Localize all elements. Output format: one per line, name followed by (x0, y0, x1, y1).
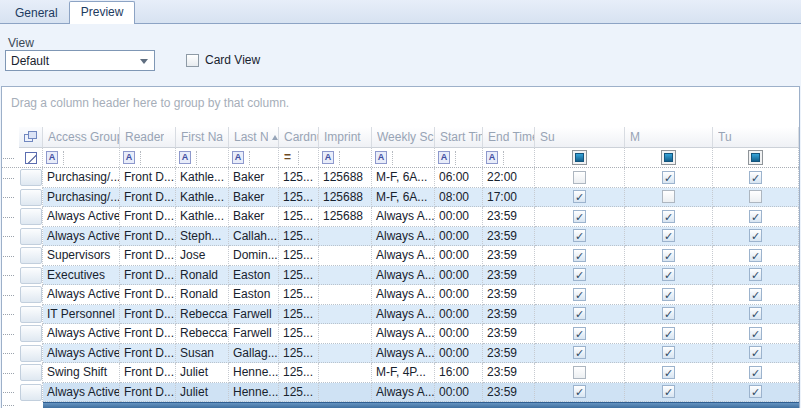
cell-start_time[interactable]: 00:00 (435, 344, 483, 364)
checkbox-checked[interactable] (573, 327, 586, 340)
row-indicator[interactable] (19, 363, 43, 383)
cell-last_name[interactable]: Domin... (229, 246, 279, 266)
cell-weekly_schedule[interactable]: Always A... (372, 207, 435, 227)
column-header-last_name[interactable]: Last N (229, 127, 279, 148)
column-header-access_group[interactable]: Access Group (43, 127, 120, 148)
checkbox-checked[interactable] (573, 288, 586, 301)
cell-last_name[interactable]: Gallag... (229, 344, 279, 364)
cell-weekly_schedule[interactable]: Always A... (372, 324, 435, 344)
column-header-tu[interactable]: Tu (713, 127, 799, 148)
cell-start_time[interactable]: 00:00 (435, 324, 483, 344)
cell-end_time[interactable]: 23:59 (483, 363, 535, 383)
cell-su[interactable] (535, 285, 625, 305)
cell-cardnumber[interactable]: 125... (279, 344, 319, 364)
cell-end_time[interactable]: 22:00 (483, 168, 535, 188)
cell-access_group[interactable]: Always Active (43, 344, 120, 364)
checkbox-checked[interactable] (662, 268, 675, 281)
cell-access_group[interactable]: Purchasing/... (43, 168, 120, 188)
cell-access_group[interactable]: Executives (43, 266, 120, 286)
cell-first_name[interactable]: Kathle... (176, 168, 229, 188)
filter-cell-weekly_schedule[interactable]: A (372, 148, 435, 167)
cell-end_time[interactable]: 23:59 (483, 266, 535, 286)
checkbox-checked[interactable] (662, 307, 675, 320)
checkbox-checked[interactable] (749, 171, 762, 184)
cell-cardnumber[interactable]: 125... (279, 305, 319, 325)
row-indicator[interactable] (19, 344, 43, 364)
cell-last_name[interactable]: Baker (229, 168, 279, 188)
checkbox-indeterminate-icon[interactable] (748, 150, 763, 165)
cell-tu[interactable] (713, 266, 799, 286)
cell-tu[interactable] (713, 188, 799, 208)
checkbox-checked[interactable] (662, 249, 675, 262)
cell-access_group[interactable]: Swing Shift (43, 363, 120, 383)
cell-reader[interactable]: Front D... (120, 266, 176, 286)
checkbox-checked[interactable] (662, 327, 675, 340)
checkbox-unchecked[interactable] (662, 190, 675, 203)
cell-m[interactable] (625, 266, 713, 286)
cell-last_name[interactable]: Easton (229, 285, 279, 305)
cell-m[interactable] (625, 227, 713, 247)
checkbox-checked[interactable] (573, 268, 586, 281)
checkbox-checked[interactable] (749, 288, 762, 301)
cell-tu[interactable] (713, 324, 799, 344)
cell-reader[interactable]: Front D... (120, 168, 176, 188)
cell-first_name[interactable]: Juliet (176, 363, 229, 383)
cell-su[interactable] (535, 227, 625, 247)
filter-cell-last_name[interactable]: A (229, 148, 279, 167)
checkbox-checked[interactable] (749, 210, 762, 223)
cell-start_time[interactable]: 00:00 (435, 383, 483, 403)
cell-imprint[interactable] (319, 324, 372, 344)
row-indicator[interactable] (19, 305, 43, 325)
tab-general[interactable]: General (4, 3, 69, 23)
cell-end_time[interactable]: 23:59 (483, 227, 535, 247)
cell-imprint[interactable] (319, 227, 372, 247)
cell-first_name[interactable]: Rebecca (176, 324, 229, 344)
cell-m[interactable] (625, 324, 713, 344)
cell-end_time[interactable]: 23:59 (483, 285, 535, 305)
cell-last_name[interactable]: Farwell (229, 324, 279, 344)
cell-first_name[interactable]: Jose (176, 246, 229, 266)
cell-imprint[interactable] (319, 246, 372, 266)
checkbox-checked[interactable] (749, 249, 762, 262)
cell-su[interactable] (535, 207, 625, 227)
cell-first_name[interactable]: Rebecca (176, 305, 229, 325)
card-view-checkbox[interactable] (186, 54, 199, 67)
filter-cell-imprint[interactable]: A (319, 148, 372, 167)
cell-imprint[interactable] (319, 285, 372, 305)
column-header-m[interactable]: M (625, 127, 713, 148)
cell-end_time[interactable]: 23:59 (483, 207, 535, 227)
cell-reader[interactable]: Front D... (120, 363, 176, 383)
filter-cell-start_time[interactable]: A (435, 148, 483, 167)
view-dropdown[interactable]: Default (5, 50, 155, 71)
cell-first_name[interactable]: Ronald (176, 285, 229, 305)
cell-tu[interactable] (713, 363, 799, 383)
checkbox-unchecked[interactable] (573, 171, 586, 184)
cell-weekly_schedule[interactable]: M-F, 6A... (372, 188, 435, 208)
cell-m[interactable] (625, 344, 713, 364)
cell-last_name[interactable]: Henne... (229, 363, 279, 383)
cell-end_time[interactable]: 23:59 (483, 383, 535, 403)
cell-reader[interactable]: Front D... (120, 383, 176, 403)
cell-access_group[interactable]: IT Personnel (43, 305, 120, 325)
checkbox-checked[interactable] (662, 346, 675, 359)
column-header-start_time[interactable]: Start Tim (435, 127, 483, 148)
cell-reader[interactable]: Front D... (120, 285, 176, 305)
partial-focused-row[interactable] (2, 402, 799, 408)
cell-last_name[interactable]: Easton (229, 266, 279, 286)
table-row[interactable]: ExecutivesFront D...RonaldEaston125...Al… (2, 266, 799, 286)
table-row[interactable]: Always ActiveFront D...RonaldEaston125..… (2, 285, 799, 305)
checkbox-checked[interactable] (749, 307, 762, 320)
table-row[interactable]: IT PersonnelFront D...RebeccaFarwell125.… (2, 305, 799, 325)
checkbox-checked[interactable] (573, 190, 586, 203)
cell-first_name[interactable]: Juliet (176, 383, 229, 403)
cell-m[interactable] (625, 305, 713, 325)
cell-su[interactable] (535, 168, 625, 188)
column-header-first_name[interactable]: First Na (176, 127, 229, 148)
cell-m[interactable] (625, 207, 713, 227)
cell-reader[interactable]: Front D... (120, 227, 176, 247)
cell-m[interactable] (625, 383, 713, 403)
row-indicator[interactable] (19, 188, 43, 208)
checkbox-checked[interactable] (662, 229, 675, 242)
filter-cell-tu[interactable] (713, 148, 799, 167)
filter-indicator-cell[interactable] (19, 148, 43, 167)
